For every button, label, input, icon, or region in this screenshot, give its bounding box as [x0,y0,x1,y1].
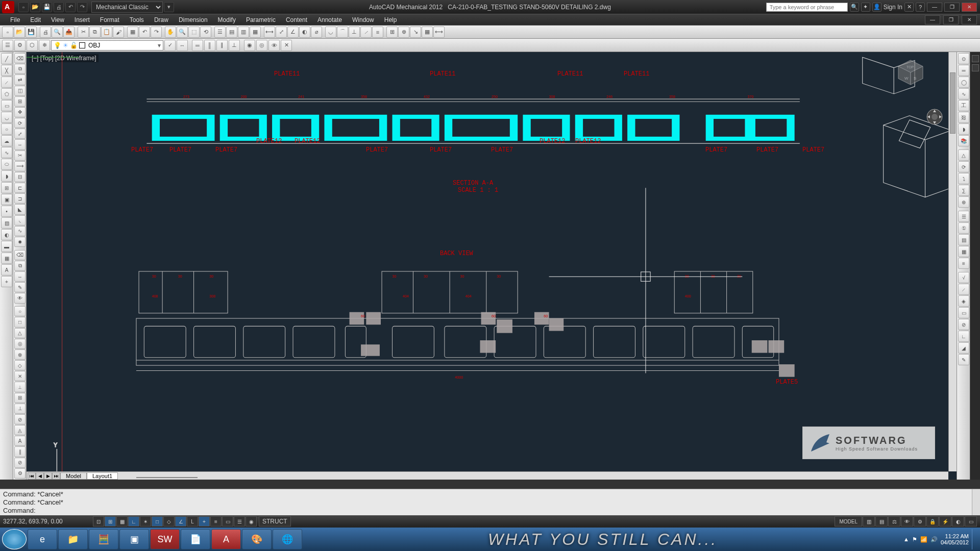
menu-view[interactable]: View [46,15,69,25]
stretch-icon[interactable]: ↔ [14,139,26,149]
dock-panel-icon[interactable] [972,55,979,62]
doc-restore-button[interactable]: ❐ [943,15,959,24]
layer-properties-icon[interactable]: ☰ [2,40,13,51]
steel-shape-icon[interactable]: 工 [958,100,969,111]
isolate-objects-icon[interactable]: ◐ [952,516,964,527]
qdim-icon[interactable]: ⟷ [433,27,445,38]
constraint-perp-icon[interactable]: ⊥ [229,40,240,51]
menu-annotate[interactable]: Annotate [312,15,347,25]
polyline-icon[interactable]: ⟋ [1,77,12,88]
quick-view-layouts-icon[interactable]: ▥ [863,516,875,527]
offset-icon[interactable]: ◫ [14,86,26,96]
note-icon[interactable]: ✎ [958,354,969,365]
leader-icon[interactable]: ↘ [410,27,421,38]
bom-icon[interactable]: ☰ [958,211,969,222]
feature-id-icon[interactable]: ◈ [958,295,969,307]
powererase-icon[interactable]: ⌫ [14,250,26,260]
surface-texture-icon[interactable]: √ [958,272,969,283]
menu-file[interactable]: File [5,15,25,25]
copy-icon[interactable]: ⧉ [89,27,101,38]
toolbar-lock-icon[interactable]: 🔒 [926,516,939,527]
properties-icon[interactable]: ☰ [214,27,226,38]
circle-icon[interactable]: ○ [1,123,12,135]
menu-parametric[interactable]: Parametric [241,15,281,25]
mech-temp-icon[interactable]: ○ [14,306,26,316]
layer-filter-icon[interactable]: ⚙ [14,40,26,51]
center-mark-icon[interactable]: ⊕ [398,27,409,38]
content-lib-icon[interactable]: 📚 [958,135,969,146]
polygon-icon[interactable]: ⬠ [1,88,12,99]
zoom-window-icon[interactable]: ⬚ [188,27,200,38]
powerdim-icon[interactable]: ↔ [14,271,26,282]
clean-screen-icon[interactable]: ▭ [965,516,977,527]
dim-angular-icon[interactable]: ∠ [287,27,299,38]
array-icon[interactable]: ⊞ [14,96,26,107]
infocenter-search[interactable] [766,3,848,12]
cut-icon[interactable]: ✂ [78,27,89,38]
join-icon[interactable]: ⊐ [14,193,26,204]
zoom-realtime-icon[interactable]: 🔍 [177,27,188,38]
task-paint-icon[interactable]: 🎨 [242,529,272,549]
polar-toggle[interactable]: ✶ [140,516,151,527]
mech-node-icon[interactable]: ⊗ [14,349,26,360]
point-icon[interactable]: • [1,206,12,217]
menu-help[interactable]: Help [379,15,402,25]
qat-undo-icon[interactable]: ↶ [65,2,76,12]
mech-near-icon[interactable]: ◬ [14,425,26,435]
layer-states-icon[interactable]: ⬡ [27,40,38,51]
model-space-button[interactable]: MODEL [835,516,862,527]
dyn-toggle[interactable]: + [199,516,210,527]
parts-list-icon[interactable]: ▤ [958,234,969,245]
paste-icon[interactable]: 📋 [101,27,112,38]
tpy-toggle[interactable]: ▭ [222,516,233,527]
qp-toggle[interactable]: ☰ [234,516,245,527]
menu-window[interactable]: Window [347,15,379,25]
command-scrollbar[interactable] [972,489,980,515]
snap-toggle[interactable]: ⊞ [105,516,116,527]
move-icon[interactable]: ✥ [14,107,26,117]
revision-cloud-icon[interactable]: ☁ [1,135,12,146]
open-icon[interactable]: 📂 [14,27,25,38]
tray-flag-icon[interactable]: ⚑ [912,536,917,543]
constraint-parallel-icon[interactable]: ∥ [216,40,228,51]
scale-icon[interactable]: ⤢ [14,129,26,139]
ellipse-arc-icon[interactable]: ◗ [1,170,12,182]
taper-icon[interactable]: ◢ [958,342,969,354]
infocenter-search-icon[interactable]: 🔍 [850,3,859,12]
undo-icon[interactable]: ↶ [139,27,150,38]
datum-id-icon[interactable]: ▭ [958,307,969,318]
tray-clock[interactable]: 11:22 AM 04/05/2012 [941,533,969,545]
tab-next-icon[interactable]: ▶ [44,472,52,480]
task-notepad-icon[interactable]: 📄 [181,529,210,549]
window-restore-button[interactable]: ❐ [944,3,960,12]
task-calc-icon[interactable]: 🧮 [89,529,118,549]
arc-icon[interactable]: ◡ [1,112,12,123]
redo-icon[interactable]: ↷ [151,27,162,38]
qat-open-icon[interactable]: 📂 [30,2,40,12]
doc-close-button[interactable]: ✕ [962,15,977,24]
help-icon[interactable]: ? [916,3,925,12]
mech-app-icon[interactable]: A [14,436,26,446]
break-at-point-icon[interactable]: ⊟ [14,172,26,182]
hatch-icon[interactable]: ▨ [1,217,12,229]
trim-icon[interactable]: ✂ [14,151,26,161]
dock-panel-icon[interactable] [972,64,979,71]
view-cube[interactable]: W S TOP [895,57,926,88]
annotation-visibility-icon[interactable]: 👁 [901,516,913,527]
task-ie-icon[interactable]: e [28,529,57,549]
menu-draw[interactable]: Draw [149,15,174,25]
start-button[interactable] [2,529,27,549]
mech-int-icon[interactable]: ✕ [14,371,26,381]
constraint-vertical-icon[interactable]: ║ [204,40,215,51]
mech-perp-icon[interactable]: ⊥ [14,404,26,414]
spline-icon[interactable]: ∿ [1,147,12,158]
qat-redo-icon[interactable]: ↷ [77,2,87,12]
tool-palettes-icon[interactable]: ▥ [238,27,249,38]
constraint-delete-icon[interactable]: ✕ [281,40,292,51]
explode-icon[interactable]: ✸ [14,237,26,247]
designcenter-icon[interactable]: ▤ [226,27,237,38]
doc-minimize-button[interactable]: — [925,15,940,24]
tab-prev-icon[interactable]: ◀ [36,472,44,480]
workspace-dropdown[interactable]: Mechanical Classic [91,2,163,13]
rectangle-icon[interactable]: ▭ [1,100,12,111]
